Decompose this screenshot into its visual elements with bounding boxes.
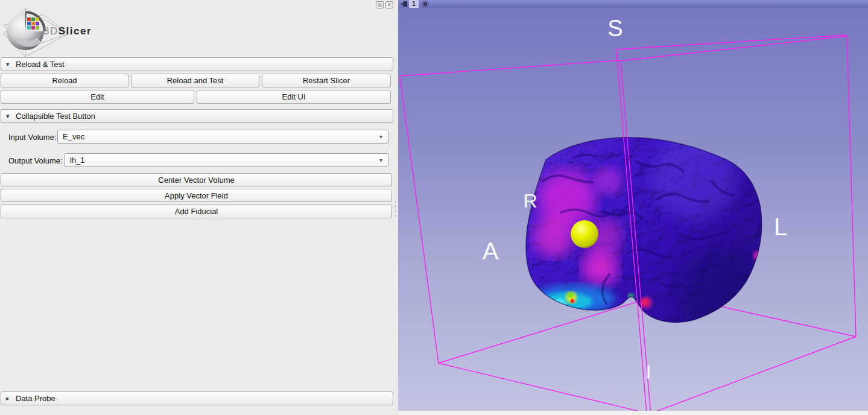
restart-slicer-button[interactable]: Restart Slicer bbox=[262, 74, 391, 87]
chevron-down-icon: ▾ bbox=[6, 58, 10, 71]
view-gear-icon[interactable] bbox=[421, 0, 429, 8]
section-header-reload-test[interactable]: ▾ Reload & Test bbox=[1, 57, 393, 71]
module-panel: ⧉ ✕ bbox=[0, 0, 393, 415]
close-panel-icon[interactable]: ✕ bbox=[385, 1, 393, 8]
apply-vector-field-button[interactable]: Apply Vector Field bbox=[1, 189, 392, 202]
logo-wordmark: 3DSlicer bbox=[43, 25, 92, 37]
output-volume-label: Output Volume: bbox=[8, 156, 63, 165]
logo-slicer-text: Slicer bbox=[59, 25, 92, 37]
input-volume-combobox[interactable]: E_vec ▾ bbox=[57, 130, 388, 144]
section-title: Collapsible Test Button bbox=[16, 110, 95, 122]
window-bottom-edge bbox=[398, 411, 868, 415]
threed-viewport[interactable]: S R A L I 1 bbox=[398, 0, 868, 411]
chevron-down-icon: ▾ bbox=[6, 110, 10, 122]
orientation-label-left: L bbox=[774, 214, 787, 240]
threed-scene: S R A L I bbox=[398, 0, 868, 411]
add-fiducial-button[interactable]: Add Fiducial bbox=[1, 204, 392, 218]
reload-and-test-button[interactable]: Reload and Test bbox=[131, 74, 259, 87]
chevron-down-icon: ▾ bbox=[379, 154, 382, 166]
edit-button[interactable]: Edit bbox=[1, 90, 194, 104]
input-volume-value: E_vec bbox=[63, 132, 84, 141]
orientation-label-right: R bbox=[523, 190, 537, 212]
section-title: Data Probe bbox=[16, 392, 55, 405]
fiducial-marker[interactable] bbox=[571, 220, 598, 248]
orientation-label-superior: S bbox=[607, 16, 622, 41]
panel-splitter-handle[interactable] bbox=[393, 0, 398, 415]
input-volume-label: Input Volume: bbox=[8, 133, 57, 142]
output-volume-combobox[interactable]: lh_1 ▾ bbox=[65, 153, 388, 167]
slicer-window: ⧉ ✕ bbox=[0, 0, 868, 415]
center-vector-volume-button[interactable]: Center Vector Volume bbox=[1, 173, 392, 186]
pushpin-icon[interactable] bbox=[400, 0, 408, 8]
logo-3d-text: 3D bbox=[43, 25, 59, 37]
edit-ui-button[interactable]: Edit UI bbox=[197, 90, 391, 104]
logo-mosaic bbox=[27, 17, 39, 30]
section-header-collapsible-test[interactable]: ▾ Collapsible Test Button bbox=[1, 109, 393, 123]
reload-button[interactable]: Reload bbox=[1, 74, 128, 87]
view-controller-bar: 1 bbox=[398, 0, 868, 8]
chevron-down-icon: ▾ bbox=[379, 130, 382, 143]
chevron-right-icon: ▸ bbox=[6, 392, 10, 405]
section-title: Reload & Test bbox=[16, 58, 65, 71]
undock-panel-icon[interactable]: ⧉ bbox=[376, 1, 384, 8]
output-volume-value: lh_1 bbox=[70, 156, 85, 165]
brain-model bbox=[519, 131, 766, 332]
orientation-label-inferior: I bbox=[646, 361, 651, 383]
view-label[interactable]: 1 bbox=[409, 0, 419, 8]
orientation-label-anterior: A bbox=[483, 238, 499, 264]
section-header-data-probe[interactable]: ▸ Data Probe bbox=[1, 391, 393, 405]
